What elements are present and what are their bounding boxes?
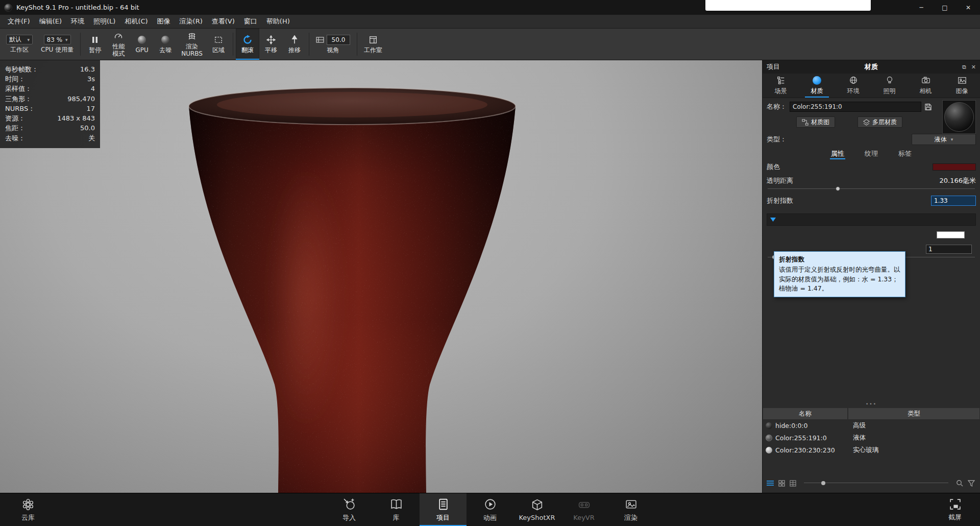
search-icon[interactable] [956, 480, 963, 487]
tooltip-title: 折射指数 [779, 255, 900, 265]
menu-help[interactable]: 帮助(H) [262, 15, 295, 28]
panel-splitter[interactable]: ••• [763, 400, 980, 408]
toolbar-separator [309, 33, 309, 56]
material-graph-button[interactable]: 材质图 [796, 116, 835, 128]
pause-button[interactable]: 暂停 [83, 29, 107, 60]
close-button[interactable]: ✕ [957, 0, 980, 15]
toolbar-separator [233, 33, 233, 56]
column-type[interactable]: 类型 [848, 408, 979, 419]
tumble-button[interactable]: 翻滚 [236, 29, 259, 60]
menu-render[interactable]: 渲染(R) [175, 15, 207, 28]
filter-icon[interactable] [968, 480, 975, 487]
performance-mode-button[interactable]: 性能 模式 [107, 29, 130, 60]
window-controls: ─ □ ✕ [910, 0, 980, 15]
studio-layout-icon [369, 35, 378, 45]
library-button[interactable]: 库 [373, 493, 420, 526]
transparency-slider[interactable] [767, 186, 976, 192]
preview-sphere [944, 102, 974, 132]
tab-image[interactable]: 图像 [944, 74, 980, 98]
tab-scene[interactable]: 场景 [763, 74, 799, 98]
collapsed-section-header[interactable] [767, 213, 976, 226]
toolbar-separator [357, 33, 357, 56]
cpu-value: 83 % [47, 36, 63, 43]
material-sphere-icon [766, 447, 772, 453]
thumbnail-view-icon[interactable] [790, 480, 796, 487]
menu-window[interactable]: 窗口 [239, 15, 262, 28]
slider-handle[interactable] [836, 186, 840, 191]
cpu-usage-selector[interactable]: 83 %▾ CPU 使用量 [37, 29, 78, 60]
close-panel-icon[interactable]: ✕ [971, 64, 976, 70]
render-button[interactable]: 渲染 [607, 493, 654, 526]
dolly-button[interactable]: 推移 [283, 29, 306, 60]
camera-icon [921, 76, 930, 85]
outside-ior-input[interactable] [926, 245, 972, 254]
realtime-viewport[interactable]: 每秒帧数：16.3 时间：3s 采样值：4 三角形：985,470 NURBS：… [0, 60, 762, 493]
import-button[interactable]: 导入 [326, 493, 373, 526]
studio-button[interactable]: 工作室 [360, 29, 386, 60]
animation-button[interactable]: 动画 [467, 493, 513, 526]
subtab-textures[interactable]: 纹理 [864, 148, 879, 159]
transparency-value[interactable]: 20.166毫米 [940, 176, 976, 185]
pan-button[interactable]: 平移 [259, 29, 283, 60]
material-preview[interactable] [942, 100, 976, 134]
render-nurbs-button[interactable]: 渲染 NURBS [177, 29, 207, 60]
slider-handle[interactable] [821, 481, 825, 485]
undock-icon[interactable]: ⧉ [962, 64, 966, 70]
column-name[interactable]: 名称 [763, 408, 847, 419]
material-name-input[interactable] [790, 102, 921, 112]
gpu-button[interactable]: GPU [130, 29, 154, 60]
keyvr-button[interactable]: KeyVR [560, 493, 607, 526]
material-list-row[interactable]: Color:230:230:230 实心玻璃 [763, 444, 980, 456]
play-circle-icon [484, 498, 497, 511]
color-label: 颜色 [767, 162, 780, 172]
menu-file[interactable]: 文件(F) [3, 15, 35, 28]
grid-view-icon[interactable] [778, 480, 785, 487]
tab-material[interactable]: 材质 [799, 74, 835, 98]
maximize-button[interactable]: □ [933, 0, 957, 15]
list-view-icon[interactable] [767, 480, 774, 486]
subtab-labels[interactable]: 标签 [897, 148, 913, 159]
menu-image[interactable]: 图像 [153, 15, 175, 28]
white-color-swatch[interactable] [937, 231, 965, 238]
pause-icon [91, 35, 99, 45]
import-icon [343, 498, 356, 511]
scene-tree-icon [776, 76, 786, 85]
thumbnail-size-slider[interactable] [804, 480, 948, 486]
menu-environment[interactable]: 环境 [66, 15, 89, 28]
stat-denoise: 去噪：关 [5, 133, 95, 143]
material-type-dropdown[interactable]: 液体 ▾ [912, 134, 976, 145]
denoise-button[interactable]: 去噪 [154, 29, 177, 60]
screenshot-icon [949, 498, 962, 511]
menu-view[interactable]: 查看(V) [207, 15, 239, 28]
fov-value[interactable]: 50.0 [327, 35, 350, 45]
menu-edit[interactable]: 编辑(E) [35, 15, 66, 28]
material-list-row[interactable]: hide:0:0:0 高级 [763, 419, 980, 432]
menu-lighting[interactable]: 照明(L) [89, 15, 120, 28]
tab-lighting[interactable]: 照明 [871, 74, 908, 98]
ior-tooltip: 折射指数 该值用于定义折射或反射时的光弯曲量。以实际的材质值为基础，例如：水 =… [774, 251, 905, 297]
roughness-row [767, 230, 976, 240]
cube-icon [531, 498, 544, 511]
screenshot-button[interactable]: 截屏 [937, 493, 973, 526]
ior-label: 折射指数 [767, 196, 793, 205]
keyshotxr-button[interactable]: KeyShotXR [513, 493, 560, 526]
tab-environment[interactable]: 环境 [835, 74, 871, 98]
project-button[interactable]: 项目 [420, 493, 467, 526]
material-list-row[interactable]: Color:255:191:0 液体 [763, 432, 980, 444]
vr-headset-icon [578, 498, 591, 511]
cloud-library-button[interactable]: 云库 [9, 493, 47, 526]
minimize-button[interactable]: ─ [910, 0, 933, 15]
fov-control[interactable]: 50.0 视角 [312, 29, 354, 60]
panel-title: 材质 [763, 62, 980, 71]
color-swatch[interactable] [933, 163, 976, 171]
menu-camera[interactable]: 相机(C) [120, 15, 152, 28]
tab-camera[interactable]: 相机 [908, 74, 944, 98]
region-button[interactable]: 区域 [207, 29, 230, 60]
save-icon[interactable] [924, 103, 932, 111]
ior-input[interactable] [931, 196, 976, 206]
chevron-down-icon: ▾ [951, 137, 953, 142]
multi-layer-material-button[interactable]: 多层材质 [857, 116, 902, 128]
tooltip-body: 该值用于定义折射或反射时的光弯曲量。以实际的材质值为基础，例如：水 = 1.33… [779, 265, 900, 294]
subtab-properties[interactable]: 属性 [830, 148, 845, 159]
workspace-selector[interactable]: 默认▾ 工作区 [2, 29, 37, 60]
